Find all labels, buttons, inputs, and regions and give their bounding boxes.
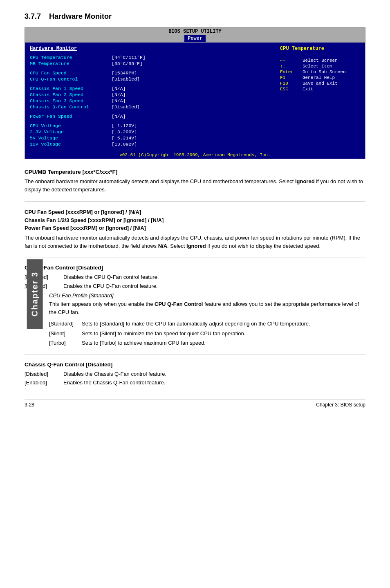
cpu-fan-profile-body: This item appears only when you enable t… — [49, 300, 365, 316]
bios-row: 5V Voltage[ 5.214V] — [30, 135, 270, 141]
bios-row: 3.3V Voltage[ 3.200V] — [30, 129, 270, 135]
bios-row: Chassis Fan 3 Speed[N/A] — [30, 98, 270, 103]
cpu-qfan-section: CPU Q-Fan Control [Disabled] [Disabled]D… — [25, 265, 365, 347]
bios-row: Power Fan Speed[N/A] — [30, 114, 270, 119]
bios-help: ←→Select Screen↑↓Select ItemEnterGo to S… — [280, 58, 360, 92]
def-row: [Disabled]Disables the Chassis Q-Fan con… — [25, 370, 365, 378]
bios-row: CPU Q-Fan Control[Disabled] — [30, 76, 270, 82]
bios-help-row: ESCExit — [280, 87, 360, 92]
section-title: 3.7.7 Hardware Monitor — [25, 12, 365, 21]
cpu-qfan-heading: CPU Q-Fan Control [Disabled] — [25, 265, 365, 271]
bios-row: Chassis Fan 1 Speed[N/A] — [30, 86, 270, 91]
bios-row: Chassis Q-Fan Control[Disabled] — [30, 104, 270, 110]
bios-help-row: F10Save and Exit — [280, 81, 360, 86]
bios-row: MB Temperature[35°C/95°F] — [30, 61, 270, 66]
sub-def-row: [Standard]Sets to [Standard] to make the… — [49, 320, 365, 328]
chassis-qfan-section: Chassis Q-Fan Control [Disabled] [Disabl… — [25, 361, 365, 387]
bios-help-row: F1General Help — [280, 75, 360, 80]
bios-row: 12V Voltage[13.092V] — [30, 141, 270, 147]
fan-speed-body: The onboard hardware monitor automatical… — [25, 234, 365, 250]
chapter-label: Chapter 3 — [27, 259, 43, 329]
bios-right-title: CPU Temperature — [280, 46, 360, 52]
page-number: 3-28 — [25, 402, 34, 408]
fan-speed-section: CPU Fan Speed [xxxxRPM] or [Ignored] / [… — [25, 208, 365, 250]
bios-tab: Power — [184, 35, 206, 42]
bios-screen: BIOS SETUP UTILITY Power Hardware Monito… — [25, 27, 365, 159]
bios-help-row: EnterGo to Sub Screen — [280, 70, 360, 74]
bios-row: CPU Voltage[ 1.120V] — [30, 123, 270, 128]
bios-row: Chassis Fan 2 Speed[N/A] — [30, 92, 270, 97]
cpu-temp-body: The onboard hardware monitor automatical… — [25, 177, 365, 194]
bios-help-row: ←→Select Screen — [280, 58, 360, 63]
chapter-ref: Chapter 3: BIOS setup — [316, 402, 365, 408]
bios-left-panel: Hardware Monitor CPU Temperature[44°C/11… — [25, 43, 275, 151]
bios-title: BIOS SETUP UTILITY — [168, 29, 222, 34]
chassis-qfan-heading: Chassis Q-Fan Control [Disabled] — [25, 361, 365, 368]
def-row: [Disabled]Disables the CPU Q-Fan control… — [25, 273, 365, 281]
cpu-temp-heading: CPU/MB Temperature [xxxºC/xxxºF] — [25, 169, 365, 175]
cpu-fan-profile-label: CPU Fan Profile [Standard] — [49, 292, 365, 298]
bios-right-panel: CPU Temperature ←→Select Screen↑↓Select … — [275, 43, 365, 151]
sub-def-row: [Turbo]Sets to [Turbo] to achieve maximu… — [49, 339, 365, 347]
bios-row: CPU Fan Speed[1534RPM] — [30, 70, 270, 76]
bios-row: CPU Temperature[44°C/111°F] — [30, 55, 270, 60]
sub-def-row: [Silent]Sets to [Silent] to minimize the… — [49, 330, 365, 338]
page-footer: 3-28 Chapter 3: BIOS setup — [25, 399, 365, 408]
def-row: [Enabled]Enables the Chassis Q-Fan contr… — [25, 379, 365, 387]
fan-speed-heading: CPU Fan Speed [xxxxRPM] or [Ignored] / [… — [25, 208, 365, 232]
def-row: [Enabled]Enables the CPU Q-Fan control f… — [25, 282, 365, 290]
bios-footer: v02.61 (C)Copyright 1985-2009, American … — [25, 151, 365, 159]
bios-left-header: Hardware Monitor — [30, 46, 270, 52]
bios-title-bar: BIOS SETUP UTILITY Power — [25, 28, 365, 43]
cpu-temp-section: CPU/MB Temperature [xxxºC/xxxºF] The onb… — [25, 169, 365, 194]
bios-help-row: ↑↓Select Item — [280, 64, 360, 69]
